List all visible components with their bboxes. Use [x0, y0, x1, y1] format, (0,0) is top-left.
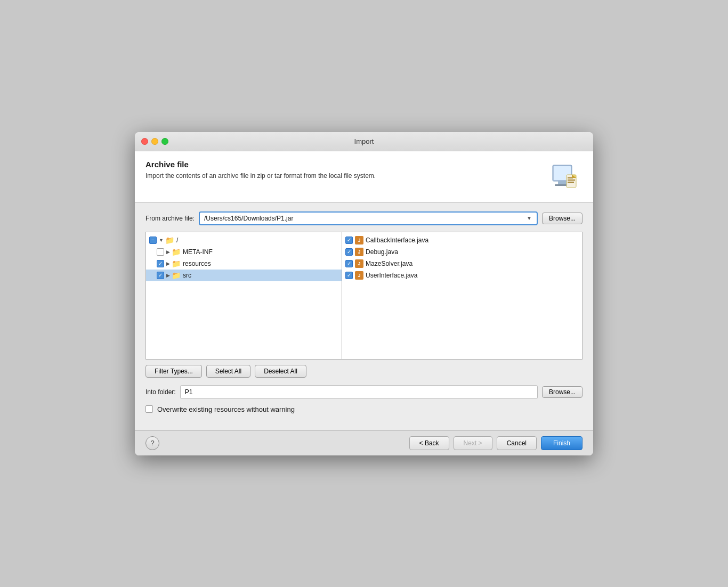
close-button[interactable]	[141, 138, 148, 145]
tree-label-root: /	[176, 237, 178, 244]
next-button[interactable]: Next >	[454, 436, 492, 450]
tree-item-src[interactable]: ✓ ▶ 📁 src	[146, 270, 342, 281]
file-item-mazesolver[interactable]: ✓ J MazeSolver.java	[342, 258, 582, 270]
file-item-debug[interactable]: ✓ J Debug.java	[342, 246, 582, 258]
header-title: Archive file	[145, 160, 376, 169]
checkbox-resources[interactable]: ✓	[157, 260, 164, 267]
filter-types-button[interactable]: Filter Types...	[145, 365, 202, 378]
file-item-callback[interactable]: ✓ J CallbackInterface.java	[342, 234, 582, 246]
file-label-userinterface: UserInterface.java	[366, 272, 417, 279]
bottom-bar: ? < Back Next > Cancel Finish	[135, 430, 593, 455]
checkbox-debug[interactable]: ✓	[345, 248, 353, 256]
file-label-mazesolver: MazeSolver.java	[366, 260, 412, 267]
expand-meta-inf[interactable]: ▶	[166, 249, 170, 255]
overwrite-checkbox[interactable]	[145, 405, 153, 413]
expand-resources[interactable]: ▶	[166, 261, 170, 266]
archive-path-input[interactable]	[204, 215, 524, 222]
header-section: Archive file Import the contents of an a…	[135, 151, 593, 203]
archive-input-wrapper: ▼	[199, 211, 538, 225]
traffic-lights	[141, 138, 168, 145]
maximize-button[interactable]	[161, 138, 168, 145]
checkbox-userinterface[interactable]: ✓	[345, 272, 353, 279]
into-folder-label: Into folder:	[145, 388, 176, 396]
select-all-button[interactable]: Select All	[206, 365, 250, 378]
tree-item-root[interactable]: − ▼ 📁 /	[146, 234, 342, 246]
java-icon-debug: J	[355, 248, 363, 256]
tree-item-meta-inf[interactable]: ▶ 📁 META-INF	[146, 246, 342, 258]
import-dialog: Import Archive file Import the contents …	[135, 132, 593, 455]
svg-rect-7	[568, 182, 574, 183]
svg-rect-6	[568, 180, 575, 181]
archive-dropdown-button[interactable]: ▼	[524, 213, 535, 224]
java-icon-mazesolver: J	[355, 259, 363, 268]
header-text: Archive file Import the contents of an a…	[145, 160, 376, 180]
archive-field-label: From archive file:	[145, 215, 195, 222]
overwrite-row: Overwrite existing resources without war…	[145, 405, 583, 413]
help-button[interactable]: ?	[145, 436, 159, 450]
file-tree-panels: − ▼ 📁 / ▶ 📁 META-INF ✓ ▶ 📁 res	[145, 232, 583, 360]
folder-icon-resources: 📁	[172, 259, 181, 268]
body-section: From archive file: ▼ Browse... − ▼ 📁 /	[135, 203, 593, 430]
into-folder-input[interactable]	[180, 385, 538, 399]
archive-field-row: From archive file: ▼ Browse...	[145, 211, 583, 225]
checkbox-src[interactable]: ✓	[157, 272, 164, 279]
archive-browse-button[interactable]: Browse...	[542, 213, 583, 224]
folder-icon-meta-inf: 📁	[172, 248, 181, 256]
tree-label-resources: resources	[183, 260, 211, 267]
folder-icon-root: 📁	[165, 236, 174, 244]
bottom-right: < Back Next > Cancel Finish	[409, 436, 583, 450]
header-description: Import the contents of an archive file i…	[145, 172, 376, 180]
action-buttons-row: Filter Types... Select All Deselect All	[145, 365, 583, 378]
cancel-button[interactable]: Cancel	[497, 436, 537, 450]
file-label-callback: CallbackInterface.java	[366, 237, 428, 244]
tree-item-resources[interactable]: ✓ ▶ 📁 resources	[146, 258, 342, 270]
folder-icon-src: 📁	[172, 271, 181, 280]
right-panel[interactable]: ✓ J CallbackInterface.java ✓ J Debug.jav…	[342, 232, 582, 359]
minimize-button[interactable]	[151, 138, 158, 145]
into-folder-row: Into folder: Browse...	[145, 385, 583, 399]
window-title: Import	[354, 137, 374, 145]
java-icon-userinterface: J	[355, 271, 363, 280]
checkbox-root[interactable]: −	[149, 237, 157, 244]
svg-rect-2	[558, 181, 567, 184]
back-button[interactable]: < Back	[409, 436, 449, 450]
bottom-left: ?	[145, 436, 159, 450]
file-label-debug: Debug.java	[366, 248, 398, 256]
overwrite-label: Overwrite existing resources without war…	[157, 405, 295, 413]
deselect-all-button[interactable]: Deselect All	[255, 365, 306, 378]
finish-button[interactable]: Finish	[541, 436, 583, 450]
tree-label-src: src	[183, 272, 191, 279]
left-panel[interactable]: − ▼ 📁 / ▶ 📁 META-INF ✓ ▶ 📁 res	[146, 232, 342, 359]
checkbox-mazesolver[interactable]: ✓	[345, 260, 353, 267]
title-bar: Import	[135, 132, 593, 151]
expand-src[interactable]: ▶	[166, 273, 170, 278]
tree-label-meta-inf: META-INF	[183, 248, 213, 256]
java-icon-callback: J	[355, 236, 363, 244]
archive-icon	[548, 160, 583, 194]
checkbox-meta-inf[interactable]	[157, 248, 164, 256]
folder-browse-button[interactable]: Browse...	[542, 386, 583, 398]
file-item-userinterface[interactable]: ✓ J UserInterface.java	[342, 270, 582, 281]
expand-root[interactable]: ▼	[159, 238, 164, 243]
checkbox-callback[interactable]: ✓	[345, 237, 353, 244]
